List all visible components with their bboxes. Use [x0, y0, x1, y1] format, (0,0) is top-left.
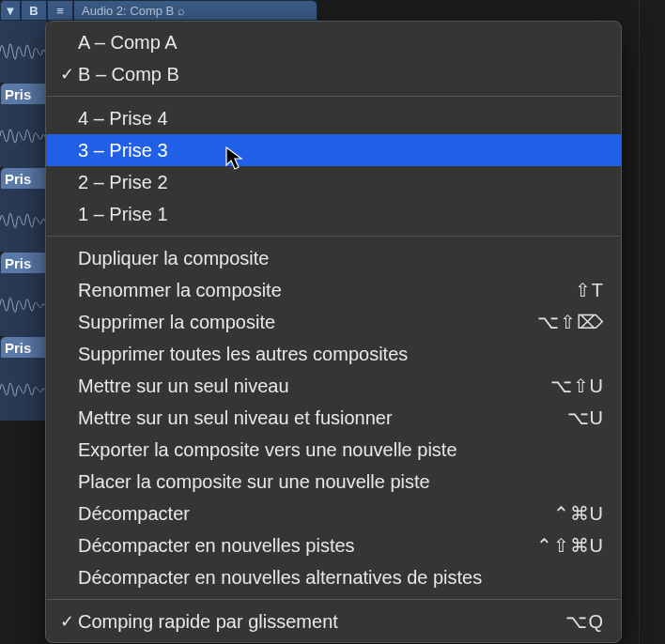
- menu-icon: ≡: [56, 4, 64, 18]
- menu-separator: [47, 96, 620, 97]
- disclosure-button[interactable]: ▼: [0, 0, 21, 21]
- chevron-down-icon: ▼: [5, 4, 17, 18]
- menu-item-shortcut: ⇧T: [575, 277, 604, 303]
- menu-item-label: Dupliquer la composite: [78, 245, 604, 271]
- take-menu-item[interactable]: 3 – Prise 3: [46, 134, 621, 166]
- track-headers: Pris Pris Pris Pris: [0, 21, 47, 421]
- toggle-menu-item[interactable]: ✓Comping rapide par glissement⌥Q: [46, 606, 621, 637]
- take-clip[interactable]: Pris: [0, 252, 47, 336]
- take-clip[interactable]: Pris: [0, 83, 47, 167]
- menu-item-label: B – Comp B: [78, 61, 604, 87]
- menu-item-shortcut: ⌃⇧⌘U: [536, 532, 604, 559]
- action-menu-item[interactable]: Mettre sur un seul niveau⌥⇧U: [46, 370, 621, 402]
- action-menu-item[interactable]: Renommer la composite⇧T: [46, 274, 621, 306]
- menu-separator: [47, 236, 620, 237]
- comp-menu-item[interactable]: A – Comp A: [46, 26, 621, 58]
- take-menu-item[interactable]: 1 – Prise 1: [46, 198, 621, 230]
- menu-item-label: Décompacter: [78, 500, 553, 527]
- checkmark-icon: ✓: [55, 608, 78, 635]
- menu-item-shortcut: ⌥Q: [565, 608, 604, 635]
- take-clip[interactable]: [0, 21, 47, 83]
- menu-item-label: 1 – Prise 1: [78, 201, 604, 227]
- menu-item-shortcut: ⌥U: [567, 405, 604, 431]
- take-menu-button[interactable]: ≡: [47, 0, 73, 21]
- menu-item-shortcut: ⌃⌘U: [553, 500, 604, 527]
- take-menu-item[interactable]: 4 – Prise 4: [46, 102, 621, 134]
- menu-item-shortcut: ⌥⇧⌦: [537, 309, 604, 335]
- action-menu-item[interactable]: Supprimer la composite⌥⇧⌦: [46, 306, 621, 338]
- take-label: Pris: [0, 167, 47, 190]
- action-menu-item[interactable]: Placer la composite sur une nouvelle pis…: [46, 466, 621, 498]
- take-label: Pris: [0, 336, 47, 359]
- action-menu-item[interactable]: Mettre sur un seul niveau et fusionner⌥U: [46, 402, 621, 434]
- region-header: ▼ B ≡ Audio 2: Comp B ⁠⌕: [0, 0, 665, 21]
- take-label: Pris: [0, 252, 47, 274]
- menu-item-label: A – Comp A: [78, 29, 604, 55]
- menu-item-label: Décompacter en nouvelles pistes: [78, 532, 536, 559]
- checkmark-icon: ✓: [55, 61, 78, 87]
- menu-item-label: Mettre sur un seul niveau: [78, 373, 550, 399]
- take-label: Pris: [0, 83, 47, 105]
- comp-letter: B: [29, 4, 38, 18]
- menu-item-label: 3 – Prise 3: [78, 137, 604, 163]
- action-menu-item[interactable]: Supprimer toutes les autres composites: [46, 338, 621, 370]
- take-clip[interactable]: Pris: [0, 167, 47, 252]
- menu-item-label: Supprimer la composite: [78, 309, 537, 335]
- menu-item-label: 4 – Prise 4: [78, 105, 604, 131]
- menu-item-label: Renommer la composite: [78, 277, 575, 303]
- menu-item-label: Placer la composite sur une nouvelle pis…: [78, 468, 604, 495]
- menu-item-label: Comping rapide par glissement: [78, 608, 565, 635]
- action-menu-item[interactable]: Exporter la composite vers une nouvelle …: [46, 434, 621, 466]
- menu-item-shortcut: ⌥⇧U: [550, 373, 604, 399]
- menu-item-label: Mettre sur un seul niveau et fusionner: [78, 405, 567, 431]
- take-clip[interactable]: Pris: [0, 336, 47, 421]
- action-menu-item[interactable]: Dupliquer la composite: [46, 242, 621, 274]
- action-menu-item[interactable]: Décompacter en nouvelles pistes⌃⇧⌘U: [46, 529, 621, 561]
- region-title: Audio 2: Comp B ⁠⌕: [73, 0, 317, 21]
- take-folder-menu: A – Comp A✓B – Comp B 4 – Prise 43 – Pri…: [45, 21, 622, 643]
- menu-item-label: 2 – Prise 2: [78, 169, 604, 195]
- take-menu-item[interactable]: 2 – Prise 2: [46, 166, 621, 198]
- menu-item-label: Exporter la composite vers une nouvelle …: [78, 437, 604, 463]
- comp-menu-item[interactable]: ✓B – Comp B: [46, 58, 621, 90]
- menu-item-label: Supprimer toutes les autres composites: [78, 341, 604, 367]
- action-menu-item[interactable]: Décompacter en nouvelles alternatives de…: [46, 561, 621, 593]
- menu-separator: [47, 599, 620, 600]
- comp-letter-button[interactable]: B: [21, 0, 47, 21]
- menu-item-label: Décompacter en nouvelles alternatives de…: [78, 564, 604, 590]
- action-menu-item[interactable]: Décompacter⌃⌘U: [46, 498, 621, 529]
